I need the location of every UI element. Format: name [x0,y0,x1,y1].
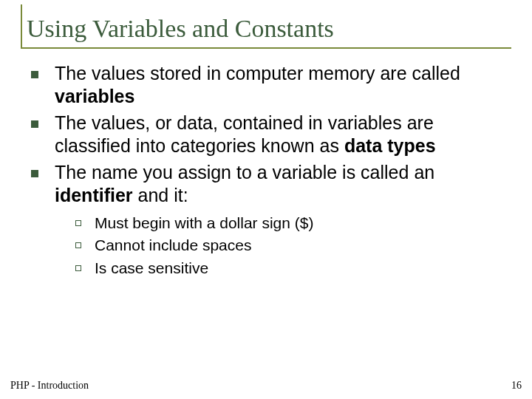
text-bold: data types [344,135,436,156]
list-item: The name you assign to a variable is cal… [31,161,511,206]
page-number: 16 [511,380,522,392]
sub-bullet-icon [75,220,81,226]
slide-title: Using Variables and Constants [22,12,511,43]
list-item: The values stored in computer memory are… [31,62,511,107]
bullet-icon [31,170,38,177]
text-bold: identifier [55,185,133,205]
bullet-text: The values stored in computer memory are… [55,62,511,107]
sub-list: Must begin with a dollar sign ($) Cannot… [31,214,511,278]
list-item: The values, or data, contained in variab… [31,112,511,157]
content-area: The values stored in computer memory are… [21,62,511,278]
sub-text: Must begin with a dollar sign ($) [95,214,313,233]
footer-left: PHP - Introduction [10,380,89,392]
title-container: Using Variables and Constants [21,12,511,49]
sub-text: Is case sensitive [95,259,208,278]
slide: Using Variables and Constants The values… [0,0,532,399]
bullet-icon [31,120,38,128]
text-run: The name you assign to a variable is cal… [55,162,434,183]
bullet-icon [31,71,38,78]
sub-bullet-icon [75,242,81,248]
bullet-text: The name you assign to a variable is cal… [55,161,511,206]
text-run: The values stored in computer memory are… [55,63,460,83]
sub-bullet-icon [75,265,81,271]
text-run: and it: [133,185,188,205]
list-item: Is case sensitive [75,259,511,278]
bullet-text: The values, or data, contained in variab… [55,112,511,157]
list-item: Must begin with a dollar sign ($) [75,214,511,233]
text-bold: variables [55,86,134,106]
footer: PHP - Introduction 16 [10,380,522,392]
list-item: Cannot include spaces [75,236,511,255]
sub-text: Cannot include spaces [95,236,251,255]
